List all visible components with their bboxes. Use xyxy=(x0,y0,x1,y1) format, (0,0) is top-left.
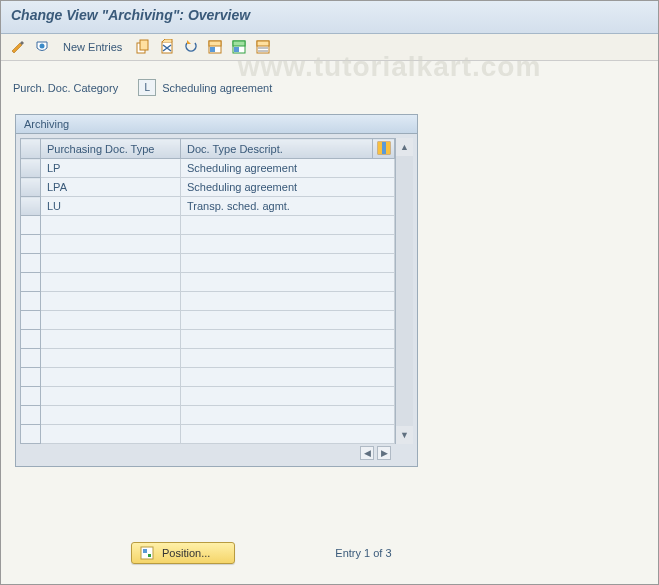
toggle-display-change-icon[interactable] xyxy=(9,38,27,56)
svg-rect-9 xyxy=(234,47,239,52)
scroll-right-icon[interactable]: ▶ xyxy=(377,446,391,460)
deselect-all-icon[interactable] xyxy=(254,38,272,56)
filter-value: Scheduling agreement xyxy=(162,82,272,94)
table-row[interactable] xyxy=(21,330,395,349)
archiving-table: Purchasing Doc. Type Doc. Type Descript.… xyxy=(20,138,395,444)
table-row[interactable] xyxy=(21,387,395,406)
table-row[interactable] xyxy=(21,311,395,330)
select-all-icon[interactable] xyxy=(206,38,224,56)
entry-count: Entry 1 of 3 xyxy=(335,547,391,559)
filter-code[interactable]: L xyxy=(138,79,156,96)
position-button[interactable]: Position... xyxy=(131,542,235,564)
svg-rect-2 xyxy=(140,40,148,50)
scroll-up-icon[interactable]: ▲ xyxy=(398,140,412,154)
undo-change-icon[interactable] xyxy=(182,38,200,56)
cell-type[interactable]: LPA xyxy=(41,178,181,197)
vertical-scrollbar[interactable]: ▲ ▼ xyxy=(395,138,413,444)
horizontal-scrollbar[interactable]: ◀ ▶ xyxy=(20,444,413,462)
table-row[interactable]: LU Transp. sched. agmt. xyxy=(21,197,395,216)
scroll-down-icon[interactable]: ▼ xyxy=(398,428,412,442)
table-row[interactable] xyxy=(21,254,395,273)
cell-desc[interactable]: Scheduling agreement xyxy=(181,159,395,178)
other-view-icon[interactable] xyxy=(33,38,51,56)
svg-rect-8 xyxy=(233,41,245,46)
svg-point-0 xyxy=(40,44,45,49)
svg-rect-20 xyxy=(148,554,151,557)
scroll-track[interactable] xyxy=(396,156,413,426)
table-row[interactable] xyxy=(21,216,395,235)
select-all-header[interactable] xyxy=(21,139,41,159)
position-icon xyxy=(140,546,154,560)
filter-value-box: L Scheduling agreement xyxy=(138,79,272,96)
cell-type[interactable]: LU xyxy=(41,197,181,216)
svg-rect-16 xyxy=(382,142,386,154)
svg-rect-5 xyxy=(209,41,221,46)
table-row[interactable] xyxy=(21,292,395,311)
svg-rect-15 xyxy=(378,142,382,154)
table-row[interactable]: LP Scheduling agreement xyxy=(21,159,395,178)
svg-rect-17 xyxy=(386,142,390,154)
row-selector[interactable] xyxy=(21,197,41,216)
svg-rect-19 xyxy=(143,549,147,553)
cell-type[interactable]: LP xyxy=(41,159,181,178)
table-row[interactable] xyxy=(21,425,395,444)
svg-rect-11 xyxy=(257,41,269,46)
config-column-icon[interactable] xyxy=(373,139,395,159)
table-row[interactable]: LPA Scheduling agreement xyxy=(21,178,395,197)
table-row[interactable] xyxy=(21,235,395,254)
footer: Position... Entry 1 of 3 xyxy=(1,542,658,564)
table-row[interactable] xyxy=(21,349,395,368)
row-selector[interactable] xyxy=(21,159,41,178)
table-row[interactable] xyxy=(21,368,395,387)
filter-label: Purch. Doc. Category xyxy=(13,82,118,94)
new-entries-button[interactable]: New Entries xyxy=(57,39,128,55)
toolbar: New Entries xyxy=(1,34,658,61)
row-selector[interactable] xyxy=(21,178,41,197)
svg-rect-6 xyxy=(210,47,215,52)
archiving-panel: Archiving Purchasing Doc. Type Doc. Type… xyxy=(15,114,418,467)
col-doc-type-descript[interactable]: Doc. Type Descript. xyxy=(181,139,373,159)
select-block-icon[interactable] xyxy=(230,38,248,56)
position-label: Position... xyxy=(162,547,210,559)
title-bar: Change View "Archiving": Overview xyxy=(1,1,658,34)
page-title: Change View "Archiving": Overview xyxy=(11,7,648,23)
copy-as-icon[interactable] xyxy=(134,38,152,56)
table-row[interactable] xyxy=(21,273,395,292)
cell-desc[interactable]: Scheduling agreement xyxy=(181,178,395,197)
table-row[interactable] xyxy=(21,406,395,425)
scroll-left-icon[interactable]: ◀ xyxy=(360,446,374,460)
filter-row: Purch. Doc. Category L Scheduling agreem… xyxy=(1,61,658,104)
col-purchasing-doc-type[interactable]: Purchasing Doc. Type xyxy=(41,139,181,159)
delete-icon[interactable] xyxy=(158,38,176,56)
panel-title: Archiving xyxy=(16,115,417,134)
cell-desc[interactable]: Transp. sched. agmt. xyxy=(181,197,395,216)
